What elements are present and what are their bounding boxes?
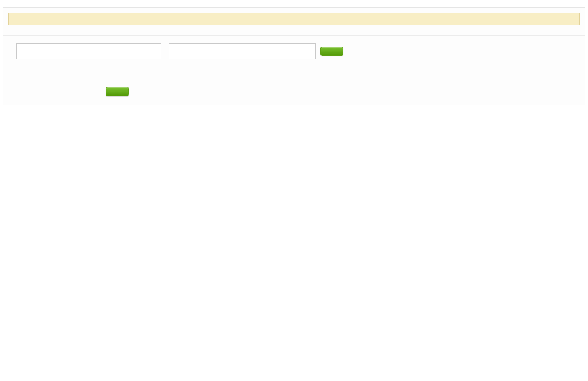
appsecret-input[interactable] [169, 43, 316, 59]
main-panel [3, 7, 585, 105]
add-channel-form [12, 85, 585, 96]
wechat-config-form [3, 35, 585, 67]
special-notice-banner [8, 13, 580, 25]
add-button[interactable] [106, 87, 129, 96]
save-button[interactable] [320, 47, 343, 56]
appid-input[interactable] [16, 43, 161, 59]
